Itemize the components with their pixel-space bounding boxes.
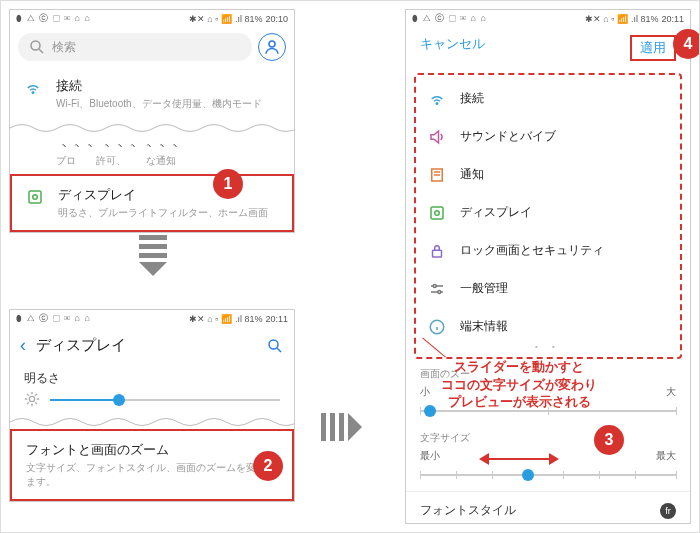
svg-line-15 (27, 403, 28, 404)
row-subtitle: 明るさ、ブルーライトフィルター、ホーム画面 (58, 206, 268, 220)
svg-point-2 (269, 41, 275, 47)
apply-button[interactable]: 適用 (630, 35, 676, 61)
sound-icon (428, 128, 446, 146)
zoom-min: 小 (420, 385, 430, 399)
step-badge-1: 1 (213, 169, 243, 199)
search-icon (28, 38, 46, 56)
svg-line-13 (27, 394, 28, 395)
svg-point-3 (32, 92, 34, 94)
svg-rect-23 (433, 250, 442, 257)
clock: 20:11 (265, 314, 288, 324)
step-badge-4: 4 (673, 29, 700, 59)
phone-font-zoom: ⬮ △ ⓒ ⬚ ✉ ⌂ ⌂ ✱✕ ⌂ ▫ 📶 .ıl 81% 20:11 キャン… (405, 9, 691, 524)
font-min: 最小 (420, 449, 440, 463)
sliders-icon (428, 280, 446, 298)
display-icon (26, 188, 44, 206)
callout-text: スライダーを動かすと ココの文字サイズが変わり プレビューが表示される (441, 359, 597, 412)
display-icon (428, 204, 446, 222)
torn-edge (10, 121, 294, 135)
svg-line-16 (36, 394, 37, 395)
status-bar: ⬮ △ ⓒ ⬚ ✉ ⌂ ⌂ ✱✕ ⌂ ▫ 📶 .ıl 81% 20:11 (10, 310, 294, 327)
svg-line-7 (277, 348, 281, 352)
status-bar: ⬮ △ ⓒ ⬚ ✉ ⌂ ⌂ ✱✕ ⌂ ▫ 📶 .ıl 81% 20:10 (10, 10, 294, 27)
font-style-row[interactable]: フォントスタイル fr (406, 491, 690, 529)
svg-rect-21 (431, 207, 443, 219)
preview-area: 接続 サウンドとバイブ 通知 ディスプレイ ロック画面とセキュリティ 一般管理 … (414, 73, 682, 359)
info-icon (428, 318, 446, 336)
font-size-slider[interactable] (420, 467, 676, 483)
row-subtitle: 文字サイズ、フォントスタイル、画面のズームを変更します。 (26, 461, 278, 489)
svg-point-5 (33, 195, 38, 200)
preview-row-connect[interactable]: 接続 (416, 79, 680, 117)
svg-point-8 (29, 396, 34, 401)
search-placeholder: 検索 (52, 39, 76, 56)
phone-settings-top: ⬮ △ ⓒ ⬚ ✉ ⌂ ⌂ ✱✕ ⌂ ▫ 📶 .ıl 81% 20:10 検索 … (9, 9, 295, 233)
settings-row-obscured[interactable]: ᆞᆞᆞ ᆞᆞᆞ ᆞᆞᆞ ブロ 許可、 な通知 (10, 135, 294, 174)
font-max: 最大 (656, 449, 676, 463)
back-button[interactable]: ‹ (20, 335, 26, 356)
font-size-label: 文字サイズ (406, 427, 690, 447)
svg-point-17 (436, 103, 438, 105)
settings-row-fontzoom[interactable]: フォントと画面のズーム 文字サイズ、フォントスタイル、画面のズームを変更します。 (10, 429, 294, 501)
preview-row-general[interactable]: 一般管理 (416, 269, 680, 307)
notification-icon (428, 166, 446, 184)
clock: 20:11 (661, 14, 684, 24)
preview-row-device[interactable]: 端末情報 (416, 307, 680, 340)
preview-row-lock[interactable]: ロック画面とセキュリティ (416, 231, 680, 269)
action-bar: キャンセル 適用 (406, 27, 690, 69)
row-subtitle: Wi-Fi、Bluetooth、データ使用量、機内モード (56, 97, 262, 111)
zoom-max: 大 (666, 385, 676, 399)
font-badge-icon: fr (660, 503, 676, 519)
svg-point-0 (31, 41, 40, 50)
preview-row-display[interactable]: ディスプレイ (416, 193, 680, 231)
torn-edge (10, 415, 294, 429)
svg-line-1 (39, 49, 43, 53)
svg-point-26 (433, 285, 436, 288)
cancel-button[interactable]: キャンセル (420, 35, 485, 61)
search-input[interactable]: 検索 (18, 33, 252, 61)
arrow-down-icon (139, 235, 167, 276)
svg-point-27 (438, 291, 441, 294)
phone-display-settings: ⬮ △ ⓒ ⬚ ✉ ⌂ ⌂ ✱✕ ⌂ ▫ 📶 .ıl 81% 20:11 ‹ デ… (9, 309, 295, 502)
status-bar: ⬮ △ ⓒ ⬚ ✉ ⌂ ⌂ ✱✕ ⌂ ▫ 📶 .ıl 81% 20:11 (406, 10, 690, 27)
connection-icon (24, 79, 42, 97)
sun-icon (24, 391, 40, 411)
page-title: ディスプレイ (36, 336, 256, 355)
person-icon (263, 38, 281, 56)
double-arrow-icon (479, 453, 559, 465)
lock-icon (428, 242, 446, 260)
status-right: ✱✕ ⌂ ▫ 📶 .ıl 81% 20:10 (189, 14, 288, 24)
preview-row-notif[interactable]: 通知 (416, 155, 680, 193)
account-button[interactable] (258, 33, 286, 61)
step-badge-2: 2 (253, 451, 283, 481)
settings-row-display[interactable]: ディスプレイ 明るさ、ブルーライトフィルター、ホーム画面 (10, 174, 294, 232)
settings-row-connection[interactable]: 接続 Wi-Fi、Bluetooth、データ使用量、機内モード (10, 67, 294, 121)
svg-rect-4 (29, 191, 41, 203)
brightness-label: 明るさ (10, 364, 294, 387)
brightness-slider[interactable] (50, 391, 280, 409)
status-left-icons: ⬮ △ ⓒ ⬚ ✉ ⌂ ⌂ (16, 12, 91, 25)
search-bar: 検索 (10, 27, 294, 67)
connection-icon (428, 90, 446, 108)
header-bar: ‹ ディスプレイ (10, 327, 294, 364)
page-dots: • • (416, 340, 680, 353)
arrow-right-icon (321, 413, 362, 441)
row-title: 接続 (56, 77, 262, 95)
search-icon[interactable] (266, 337, 284, 355)
font-style-label: フォントスタイル (420, 502, 516, 519)
preview-row-sound[interactable]: サウンドとバイブ (416, 117, 680, 155)
step-badge-3: 3 (594, 425, 624, 455)
svg-point-22 (435, 211, 440, 216)
svg-point-6 (269, 340, 278, 349)
svg-line-14 (36, 403, 37, 404)
row-title: フォントと画面のズーム (26, 441, 169, 459)
clock: 20:10 (265, 14, 288, 24)
